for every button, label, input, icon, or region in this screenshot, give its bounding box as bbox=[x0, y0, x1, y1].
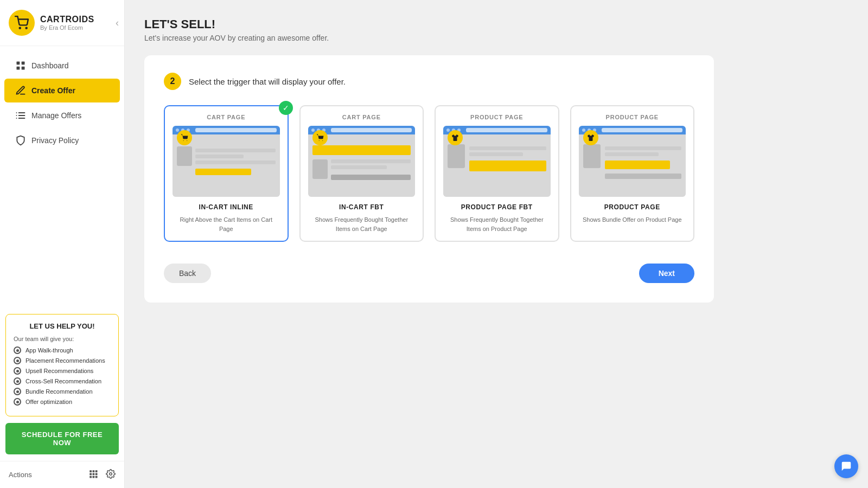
sidebar-item-privacy-policy[interactable]: Privacy Policy bbox=[4, 129, 120, 152]
step-text: Select the trigger that will display you… bbox=[189, 77, 346, 86]
sidebar-collapse-button[interactable]: ‹ bbox=[116, 17, 119, 29]
option-4-desc: Shows Bundle Offer on Product Page bbox=[579, 215, 686, 224]
options-grid: ✓ CART PAGE bbox=[164, 105, 694, 242]
option-product-page[interactable]: PRODUCT PAGE bbox=[570, 105, 695, 242]
svg-rect-18 bbox=[90, 476, 92, 478]
help-item-3: Upsell Recommendations bbox=[14, 367, 111, 375]
app-tagline: By Era Of Ecom bbox=[40, 24, 94, 31]
svg-point-0 bbox=[20, 28, 21, 29]
svg-point-25 bbox=[322, 140, 323, 141]
logo-text: CARTROIDS By Era Of Ecom bbox=[40, 15, 94, 31]
option-3-desc: Shows Frequently Bought Together Items o… bbox=[443, 215, 551, 233]
sidebar-nav: Dashboard Create Offer Manage Offers Pri… bbox=[0, 46, 124, 307]
action-icons bbox=[88, 469, 116, 480]
svg-rect-4 bbox=[17, 67, 20, 70]
buttons-row: Back Next bbox=[164, 264, 694, 283]
help-item-1: App Walk-through bbox=[14, 346, 111, 354]
step-row: 2 Select the trigger that will display y… bbox=[164, 73, 694, 90]
chat-bubble[interactable] bbox=[834, 454, 858, 478]
option-3-page-label: PRODUCT PAGE bbox=[443, 114, 551, 120]
svg-rect-12 bbox=[90, 470, 92, 472]
help-item-6: Offer optimization bbox=[14, 398, 111, 406]
svg-point-1 bbox=[26, 28, 27, 29]
sidebar-item-dashboard[interactable]: Dashboard bbox=[4, 54, 120, 78]
page-title: LET'S SELL! bbox=[144, 17, 848, 31]
option-1-mock bbox=[173, 126, 280, 197]
content-card: 2 Select the trigger that will display y… bbox=[144, 55, 714, 303]
option-1-name: IN-CART INLINE bbox=[173, 203, 280, 211]
svg-rect-14 bbox=[95, 470, 98, 472]
back-button[interactable]: Back bbox=[164, 264, 211, 283]
svg-point-24 bbox=[318, 140, 319, 141]
svg-rect-5 bbox=[22, 67, 25, 70]
option-4-page-label: PRODUCT PAGE bbox=[579, 114, 686, 120]
option-in-cart-inline[interactable]: ✓ CART PAGE bbox=[164, 105, 289, 242]
cart-icon-2 bbox=[312, 130, 328, 145]
shirt-icon-4 bbox=[583, 130, 598, 145]
help-item-4: Cross-Sell Recommendation bbox=[14, 377, 111, 385]
option-2-page-label: CART PAGE bbox=[308, 114, 416, 120]
help-box: LET US HELP YOU! Our team will give you:… bbox=[5, 314, 119, 416]
svg-rect-17 bbox=[95, 473, 98, 476]
sidebar-item-create-offer-label: Create Offer bbox=[31, 86, 75, 95]
svg-rect-19 bbox=[93, 476, 95, 478]
help-subtitle: Our team will give you: bbox=[14, 336, 111, 342]
sidebar-item-dashboard-label: Dashboard bbox=[31, 61, 69, 70]
option-product-page-fbt[interactable]: PRODUCT PAGE bbox=[435, 105, 559, 242]
help-item-2: Placement Recommendations bbox=[14, 357, 111, 364]
page-subtitle: Let's increase your AOV by creating an a… bbox=[144, 34, 848, 42]
next-button[interactable]: Next bbox=[639, 264, 694, 283]
option-2-mock bbox=[308, 126, 416, 197]
option-1-desc: Right Above the Cart Items on Cart Page bbox=[173, 215, 280, 233]
option-4-name: PRODUCT PAGE bbox=[579, 203, 686, 211]
svg-point-21 bbox=[110, 473, 112, 476]
actions-label: Actions bbox=[9, 471, 32, 479]
option-3-name: PRODUCT PAGE FBT bbox=[443, 203, 551, 211]
svg-point-23 bbox=[187, 140, 187, 141]
shirt-icon-3 bbox=[448, 130, 463, 145]
cart-icon-1 bbox=[177, 130, 192, 145]
option-2-name: IN-CART FBT bbox=[308, 203, 416, 211]
option-1-page-label: CART PAGE bbox=[173, 114, 280, 120]
sidebar: CARTROIDS By Era Of Ecom ‹ Dashboard Cre… bbox=[0, 0, 125, 488]
step-badge: 2 bbox=[164, 73, 181, 90]
sidebar-item-privacy-policy-label: Privacy Policy bbox=[31, 136, 79, 145]
main-content: LET'S SELL! Let's increase your AOV by c… bbox=[125, 0, 868, 488]
sidebar-item-manage-offers-label: Manage Offers bbox=[31, 111, 81, 120]
sidebar-actions: Actions bbox=[0, 461, 124, 488]
sidebar-item-create-offer[interactable]: Create Offer bbox=[4, 79, 120, 102]
option-3-mock bbox=[443, 126, 551, 197]
help-item-5: Bundle Recommendation bbox=[14, 388, 111, 395]
svg-rect-20 bbox=[95, 476, 98, 478]
option-2-desc: Shows Frequently Bought Together Items o… bbox=[308, 215, 416, 233]
app-name: CARTROIDS bbox=[40, 15, 94, 24]
gear-icon[interactable] bbox=[106, 469, 116, 480]
svg-rect-2 bbox=[17, 62, 20, 65]
sidebar-header: CARTROIDS By Era Of Ecom ‹ bbox=[0, 0, 124, 46]
schedule-button[interactable]: SCHEDULE FOR FREE NOW bbox=[5, 423, 119, 454]
svg-rect-15 bbox=[90, 473, 92, 476]
grid-icon[interactable] bbox=[88, 469, 98, 480]
svg-rect-3 bbox=[22, 62, 25, 65]
sidebar-item-manage-offers[interactable]: Manage Offers bbox=[4, 104, 120, 127]
option-4-mock bbox=[579, 126, 686, 197]
help-title: LET US HELP YOU! bbox=[14, 322, 111, 330]
logo-icon bbox=[9, 10, 35, 36]
check-icon: ✓ bbox=[279, 101, 293, 115]
option-in-cart-fbt[interactable]: CART PAGE bbox=[299, 105, 424, 242]
svg-point-22 bbox=[183, 140, 184, 141]
svg-rect-13 bbox=[93, 470, 95, 472]
svg-rect-16 bbox=[93, 473, 95, 476]
